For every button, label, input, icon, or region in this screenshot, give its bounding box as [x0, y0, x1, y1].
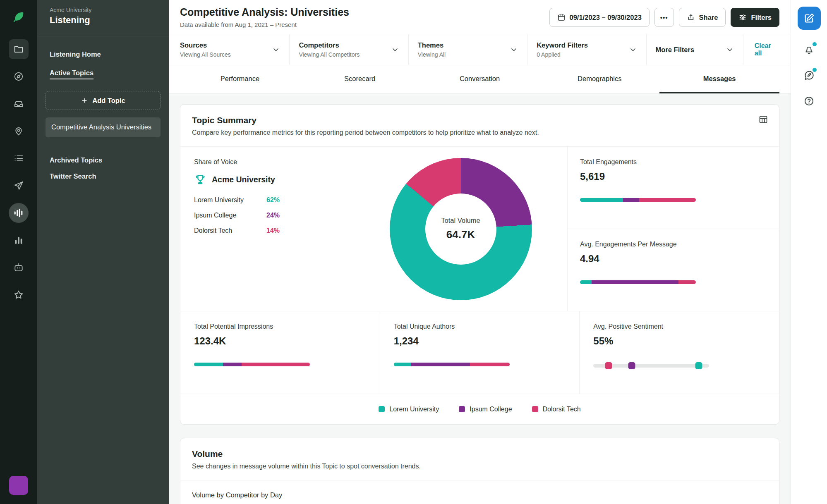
listening-sidebar: Acme University Listening Listening Home… [37, 0, 169, 504]
tab-scorecard[interactable]: Scorecard [300, 65, 420, 93]
card-title: Topic Summary [192, 115, 767, 125]
filter-sliders-icon [738, 13, 747, 21]
chevron-down-icon [272, 45, 280, 54]
topic-item-selected[interactable]: Competitive Analysis Universities [46, 117, 161, 137]
ellipsis-icon: ••• [660, 14, 668, 21]
listening-icon[interactable] [9, 203, 29, 223]
filter-themes[interactable]: ThemesViewing All [409, 34, 527, 65]
tab-messages[interactable]: Messages [659, 65, 779, 93]
donut-center-label: Total Volume [441, 217, 480, 225]
filters-button[interactable]: Filters [731, 8, 779, 27]
total-engagements-metric: Total Engagements 5,619 [568, 147, 779, 229]
engagements-stacked-bar [580, 198, 696, 202]
legend-swatch [532, 406, 538, 412]
reports-chart-icon[interactable] [9, 230, 29, 250]
pin-icon[interactable] [9, 121, 29, 141]
page-title: Competitive Analysis: Universities [180, 6, 349, 18]
plus-icon [81, 97, 88, 104]
share-of-voice-row: Lorem University 62% [194, 196, 354, 204]
sprout-logo-icon[interactable] [9, 7, 28, 26]
compose-button[interactable] [798, 7, 821, 30]
total-impressions-metric: Total Potential Impressions 123.4K [180, 311, 380, 394]
tab-performance[interactable]: Performance [180, 65, 300, 93]
publish-send-icon[interactable] [9, 176, 29, 196]
page-subtitle: Data available from Aug 1, 2021 – Presen… [180, 21, 349, 28]
share-button[interactable]: Share [679, 8, 726, 27]
tab-conversation[interactable]: Conversation [420, 65, 540, 93]
add-topic-button[interactable]: Add Topic [46, 91, 161, 110]
inbox-icon[interactable] [9, 94, 29, 114]
folders-icon[interactable] [9, 39, 29, 59]
share-of-voice-donut-chart: Total Volume 64.7K [390, 158, 532, 300]
filter-more-filters[interactable]: More Filters [647, 34, 743, 65]
tab-demographics[interactable]: Demographics [539, 65, 659, 93]
impressions-stacked-bar [194, 363, 310, 366]
workspace-avatar[interactable] [9, 476, 28, 495]
compass-icon[interactable] [9, 67, 29, 86]
card-description: Compare key performance metrics for this… [192, 129, 767, 136]
page-header: Competitive Analysis: Universities Data … [169, 0, 791, 34]
volume-title: Volume [192, 449, 767, 459]
more-options-button[interactable]: ••• [654, 8, 674, 27]
date-range-button[interactable]: 09/1/2023 – 09/30/2023 [549, 8, 650, 27]
trophy-icon [194, 173, 206, 186]
app-icon-rail [0, 0, 37, 504]
main-area: Competitive Analysis: Universities Data … [169, 0, 791, 504]
legend-item: Lorem University [379, 406, 439, 413]
unique-authors-metric: Total Unique Authors 1,234 [380, 311, 580, 394]
org-name: Acme University [50, 7, 156, 13]
share-of-voice-row: Dolorsit Tech 14% [194, 227, 354, 234]
legend-swatch [459, 406, 465, 412]
compose-pencil-icon [803, 12, 815, 24]
table-view-icon[interactable] [758, 115, 768, 124]
avg-engagements-stacked-bar [580, 280, 696, 284]
chevron-down-icon [391, 45, 399, 54]
share-of-voice-leader: Acme University [212, 175, 275, 184]
share-of-voice-label: Share of Voice [194, 158, 354, 166]
report-content: Topic Summary Compare key performance me… [169, 93, 791, 504]
donut-center-value: 64.7K [446, 228, 475, 241]
filter-sources[interactable]: SourcesViewing All Sources [169, 34, 290, 65]
filter-keyword-filters[interactable]: Keyword Filters0 Applied [527, 34, 646, 65]
chevron-down-icon [629, 45, 637, 54]
topic-summary-card: Topic Summary Compare key performance me… [180, 104, 779, 425]
filter-bar: SourcesViewing All Sources CompetitorsVi… [169, 34, 791, 65]
authors-stacked-bar [394, 363, 510, 366]
chevron-down-icon [510, 45, 518, 54]
clear-all-filters-link[interactable]: Clear all [743, 34, 791, 65]
volume-description: See changes in message volume within thi… [192, 463, 767, 470]
tasks-list-icon[interactable] [9, 148, 29, 168]
sidebar-item-twitter-search[interactable]: Twitter Search [46, 168, 161, 184]
positive-sentiment-metric: Avg. Positive Sentiment 55% [579, 311, 779, 394]
avg-engagements-metric: Avg. Engagements Per Message 4.94 [568, 229, 779, 311]
sidebar-header: Acme University Listening [37, 0, 169, 36]
app-title: Listening [50, 15, 156, 26]
legend-item: Ipsum College [459, 406, 512, 413]
legend-swatch [379, 406, 385, 412]
sentiment-slider [593, 364, 709, 368]
help-icon[interactable] [800, 92, 818, 110]
chevron-down-icon [726, 45, 734, 54]
feedback-icon[interactable] [800, 66, 818, 84]
share-of-voice-row: Ipsum College 24% [194, 212, 354, 219]
report-tabs: Performance Scorecard Conversation Demog… [169, 65, 791, 93]
sidebar-item-active-topics[interactable]: Active Topics [46, 65, 161, 81]
filter-competitors[interactable]: CompetitorsViewing All Competitors [290, 34, 408, 65]
sidebar-item-archived-topics[interactable]: Archived Topics [46, 152, 161, 168]
share-of-voice-panel: Share of Voice Acme University Lorem Uni… [180, 147, 354, 311]
share-icon [687, 13, 695, 21]
star-icon[interactable] [9, 285, 29, 305]
calendar-icon [557, 13, 566, 21]
legend-item: Dolorsit Tech [532, 406, 581, 413]
volume-card: Volume See changes in message volume wit… [180, 438, 779, 504]
chart-legend: Lorem University Ipsum College Dolorsit … [180, 394, 779, 424]
notification-badge [813, 42, 817, 46]
volume-chart-label: Volume by Competitor by Day [180, 480, 779, 504]
feedback-badge [813, 68, 817, 72]
sidebar-item-listening-home[interactable]: Listening Home [46, 46, 161, 62]
notifications-bell-icon[interactable] [800, 41, 818, 59]
bot-icon[interactable] [9, 258, 29, 277]
utility-rail [791, 0, 827, 504]
